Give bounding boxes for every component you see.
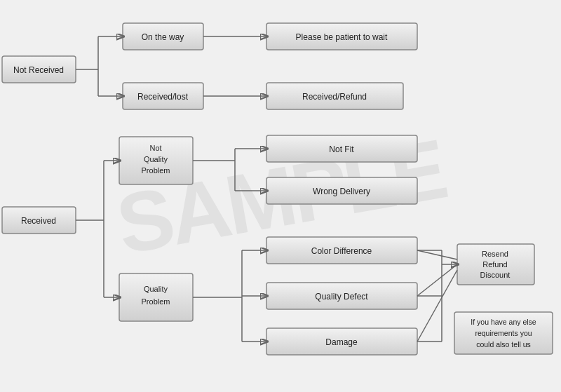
quality-defect-label: Quality Defect <box>315 292 368 302</box>
received-label: Received <box>21 216 56 226</box>
discount-label: Discount <box>480 271 511 279</box>
refund-label: Refund <box>482 260 507 269</box>
color-difference-label: Color Difference <box>311 246 372 256</box>
wrong-delivery-label: Wrong Delivery <box>313 187 370 196</box>
not-fit-label: Not Fit <box>329 144 354 154</box>
diagram: Not Received On the way Please be patien… <box>0 0 561 392</box>
note-line1: If you have any else <box>471 318 536 326</box>
received-refund-label: Received/Refund <box>302 92 367 102</box>
not-quality-problem-line3: Problem <box>142 166 170 175</box>
on-the-way-label: On the way <box>142 32 184 42</box>
not-received-label: Not Received <box>13 65 64 75</box>
resend-label: Resend <box>482 250 508 258</box>
note-line3: could also tell us <box>476 340 531 349</box>
please-wait-label: Please be patient to wait <box>296 32 388 42</box>
quality-problem-line2: Problem <box>142 297 170 306</box>
note-line2: requirements you <box>475 329 532 337</box>
not-quality-problem-line2: Quality <box>144 155 168 163</box>
quality-problem-line1: Quality <box>144 285 168 293</box>
not-quality-problem-line1: Not <box>149 144 161 152</box>
received-lost-label: Received/lost <box>137 92 189 102</box>
svg-line-24 <box>417 250 457 259</box>
damage-label: Damage <box>325 337 358 347</box>
